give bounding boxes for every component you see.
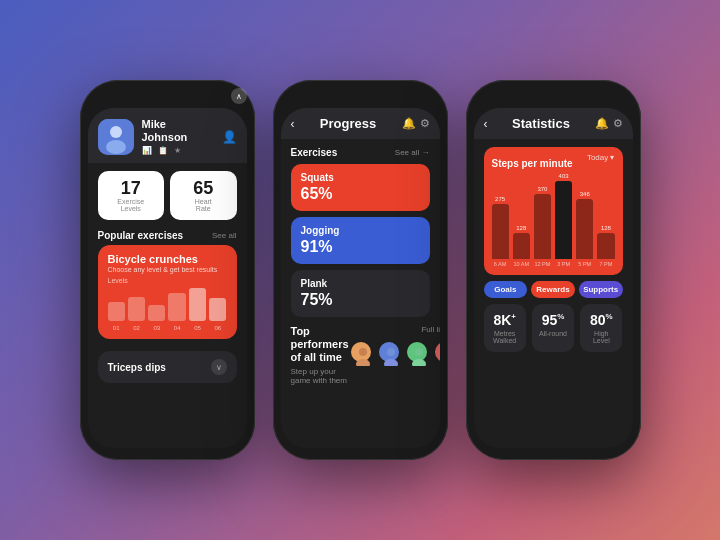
phone-screen-2: ‹ Progress 🔔 ⚙ Exercises See all → Squat… <box>281 108 440 448</box>
profile-icon: 👤 <box>222 130 237 144</box>
bar-5 <box>189 288 206 321</box>
stat-metres-label: Metres Walked <box>490 330 520 344</box>
phone-notch-3 <box>528 92 578 100</box>
jogging-percent: 91% <box>301 238 420 256</box>
heartrate-label: HeartRate <box>176 198 231 212</box>
phone-notch-1 <box>142 92 192 100</box>
svg-point-2 <box>106 140 126 154</box>
phone-screen-3: ‹ Statistics 🔔 ⚙ Steps per minute Today … <box>474 108 633 448</box>
stat-highlevel-value: 80% <box>586 312 616 328</box>
phone-screen-1: Mike Johnson 📊 📋 ★ 👤 17 ExerciseLevels 6… <box>88 108 247 448</box>
progress-header: ‹ Progress 🔔 ⚙ <box>281 108 440 139</box>
popular-exercises-section: Popular exercises See all <box>88 228 247 245</box>
today-selector[interactable]: Today ▾ <box>587 153 615 162</box>
bell-icon[interactable]: 🔔 <box>402 117 416 130</box>
bar-time-5: 5 PM <box>578 261 591 267</box>
svg-point-5 <box>387 348 395 356</box>
star-icon: ★ <box>174 146 181 155</box>
stats-tabs: Goals Rewards Supports <box>484 281 623 298</box>
see-all-link[interactable]: See all → <box>395 148 430 157</box>
performer-avatar-4 <box>433 340 440 364</box>
jogging-card[interactable]: Jogging 91% <box>291 217 430 264</box>
plank-percent: 75% <box>301 291 420 309</box>
bar-rect-6 <box>597 233 614 259</box>
user-name: Mike Johnson <box>142 118 214 144</box>
chart-bar-6: 128 7 PM <box>597 225 614 267</box>
performer-avatars <box>349 340 440 364</box>
bar-value-3: 370 <box>537 186 547 192</box>
stat-metres: 8K+ Metres Walked <box>484 304 526 352</box>
tab-rewards[interactable]: Rewards <box>531 281 575 298</box>
levels-text: Levels <box>108 277 227 284</box>
squats-name: Squats <box>301 172 420 183</box>
bar-label-3: 03 <box>148 325 165 331</box>
stat-icon-2: 📋 <box>158 146 168 155</box>
statistics-header: ‹ Statistics 🔔 ⚙ <box>474 108 633 139</box>
bar-6 <box>209 298 226 321</box>
page-title: Progress <box>301 116 396 131</box>
phone-2: ‹ Progress 🔔 ⚙ Exercises See all → Squat… <box>273 80 448 460</box>
gear-icon[interactable]: ⚙ <box>420 117 430 130</box>
chart-title: Steps per minute <box>492 158 573 169</box>
phone-3: ‹ Statistics 🔔 ⚙ Steps per minute Today … <box>466 80 641 460</box>
stats-section: 17 ExerciseLevels 65 HeartRate <box>88 163 247 228</box>
bar-time-2: 10 AM <box>513 261 529 267</box>
top-performers-subtitle: Step up yourgame with them <box>291 367 349 385</box>
bar-4 <box>168 293 185 321</box>
svg-point-6 <box>384 359 398 366</box>
bar-label-5: 05 <box>189 325 206 331</box>
bar-chart <box>108 288 227 323</box>
svg-point-1 <box>110 126 122 138</box>
squats-card[interactable]: Squats 65% <box>291 164 430 211</box>
back-button[interactable]: ‹ <box>484 117 488 131</box>
bar-rect-3 <box>534 194 551 259</box>
bar-rect-4 <box>555 181 572 259</box>
chart-bar-1: 275 6 AM <box>492 196 509 267</box>
see-all-link[interactable]: See all <box>212 231 236 240</box>
exercises-section-header: Exercises See all → <box>291 147 430 158</box>
bar-1 <box>108 302 125 322</box>
svg-point-8 <box>412 359 426 366</box>
bar-value-1: 275 <box>495 196 505 202</box>
statistics-body: Steps per minute Today ▾ 275 6 AM 128 10… <box>474 139 633 448</box>
svg-point-7 <box>415 348 423 356</box>
bar-label-6: 06 <box>209 325 226 331</box>
bar-chart: 275 6 AM 128 10 AM 370 12 PM 403 <box>484 175 623 275</box>
bar-label-2: 02 <box>128 325 145 331</box>
stats-row: 8K+ Metres Walked 95% All-round 80% High… <box>484 304 623 352</box>
stat-highlevel-label: High Level <box>586 330 616 344</box>
plank-card[interactable]: Plank 75% <box>291 270 430 317</box>
bar-time-6: 7 PM <box>600 261 613 267</box>
triceps-title: Triceps dips <box>108 362 166 373</box>
progress-body: Exercises See all → Squats 65% Jogging 9… <box>281 139 440 448</box>
performer-avatar-2 <box>377 340 401 364</box>
performer-avatar-1 <box>349 340 373 364</box>
bar-labels: 01 02 03 04 05 06 <box>108 325 227 331</box>
phone-1: Mike Johnson 📊 📋 ★ 👤 17 ExerciseLevels 6… <box>80 80 255 460</box>
stat-highlevel: 80% High Level <box>580 304 622 352</box>
bar-2 <box>128 297 145 322</box>
levels-stat: 17 ExerciseLevels <box>98 171 165 220</box>
page-title: Statistics <box>494 116 589 131</box>
triceps-dips-card[interactable]: Triceps dips ∨ <box>98 351 237 383</box>
chevron-down-icon[interactable]: ∨ <box>211 359 227 375</box>
avatar <box>98 119 134 155</box>
exercises-label: Exercises <box>291 147 338 158</box>
top-performers-section: Top performersof all time Step up yourga… <box>291 325 430 385</box>
heartrate-value: 65 <box>176 179 231 197</box>
stat-icon-1: 📊 <box>142 146 152 155</box>
tab-supports[interactable]: Supports <box>579 281 623 298</box>
bell-icon[interactable]: 🔔 <box>595 117 609 130</box>
bar-rect-1 <box>492 204 509 259</box>
back-button[interactable]: ‹ <box>291 117 295 131</box>
stat-allround-label: All-round <box>538 330 568 337</box>
gear-icon[interactable]: ⚙ <box>613 117 623 130</box>
tab-goals[interactable]: Goals <box>484 281 528 298</box>
performer-avatar-3 <box>405 340 429 364</box>
bar-label-1: 01 <box>108 325 125 331</box>
full-list-link[interactable]: Full list → <box>349 325 440 334</box>
bar-label-4: 04 <box>168 325 185 331</box>
heartrate-stat: 65 HeartRate <box>170 171 237 220</box>
bicycle-crunches-card[interactable]: ∧ Bicycle crunches Choose any level & ge… <box>98 245 237 339</box>
header-icons: 🔔 ⚙ <box>595 117 623 130</box>
